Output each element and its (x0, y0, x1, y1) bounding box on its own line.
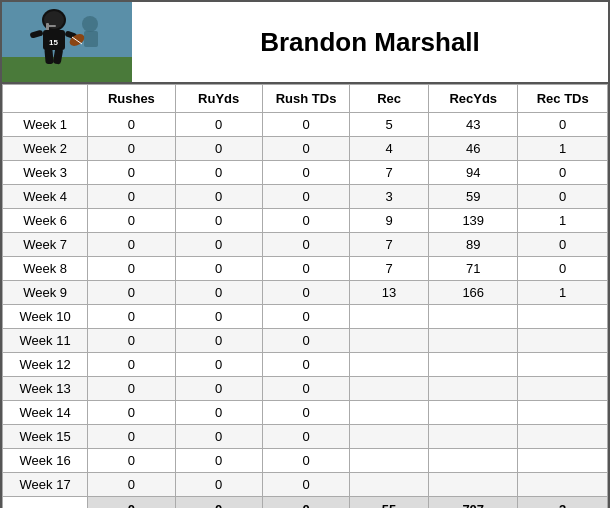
week-col-header (3, 85, 88, 113)
recyds-cell: 71 (429, 257, 518, 281)
rec-cell (350, 449, 429, 473)
total-rushes: 0 (88, 497, 175, 509)
rectds-cell: 0 (518, 257, 608, 281)
rec-cell: 5 (350, 113, 429, 137)
table-row: Week 17000 (3, 473, 608, 497)
player-image: 15 (2, 2, 132, 82)
recyds-cell: 43 (429, 113, 518, 137)
week-label: Week 8 (3, 257, 88, 281)
player-name-text: Brandon Marshall (260, 27, 480, 58)
total-rushtds: 0 (262, 497, 349, 509)
recyds-cell (429, 425, 518, 449)
rectds-cell (518, 449, 608, 473)
rushtds-cell: 0 (262, 305, 349, 329)
rushtds-cell: 0 (262, 425, 349, 449)
ruyds-cell: 0 (175, 377, 262, 401)
rec-cell (350, 329, 429, 353)
rec-cell: 13 (350, 281, 429, 305)
ruyds-cell: 0 (175, 329, 262, 353)
rectds-cell: 0 (518, 185, 608, 209)
rectds-cell (518, 425, 608, 449)
week-label: Week 11 (3, 329, 88, 353)
rec-cell: 3 (350, 185, 429, 209)
rushes-cell: 0 (88, 305, 175, 329)
rec-cell: 7 (350, 161, 429, 185)
recyds-cell (429, 377, 518, 401)
week-label: Week 17 (3, 473, 88, 497)
rectds-cell: 1 (518, 137, 608, 161)
table-row: Week 10005430 (3, 113, 608, 137)
rec-cell (350, 305, 429, 329)
total-rectds: 3 (518, 497, 608, 509)
rectds-cell: 0 (518, 161, 608, 185)
table-row: Week 80007710 (3, 257, 608, 281)
totals-row: 0 0 0 55 707 3 (3, 497, 608, 509)
rushtds-cell: 0 (262, 281, 349, 305)
ruyds-cell: 0 (175, 137, 262, 161)
ruyds-cell: 0 (175, 449, 262, 473)
ruyds-cell: 0 (175, 401, 262, 425)
rushtds-cell: 0 (262, 233, 349, 257)
recyds-cell: 46 (429, 137, 518, 161)
rectds-cell: 1 (518, 209, 608, 233)
recyds-cell (429, 329, 518, 353)
rushtds-col-header: Rush TDs (262, 85, 349, 113)
week-label: Week 6 (3, 209, 88, 233)
ruyds-cell: 0 (175, 185, 262, 209)
recyds-cell (429, 473, 518, 497)
ruyds-cell: 0 (175, 257, 262, 281)
week-label: Week 9 (3, 281, 88, 305)
rec-cell: 4 (350, 137, 429, 161)
ruyds-cell: 0 (175, 473, 262, 497)
recyds-col-header: RecYds (429, 85, 518, 113)
column-header-row: Rushes RuYds Rush TDs Rec RecYds Rec TDs (3, 85, 608, 113)
rushes-cell: 0 (88, 401, 175, 425)
rectds-cell (518, 305, 608, 329)
header-row: 15 Brandon Marshall (2, 2, 608, 84)
rushes-cell: 0 (88, 281, 175, 305)
rectds-cell (518, 473, 608, 497)
svg-text:15: 15 (49, 38, 58, 47)
total-ruyds: 0 (175, 497, 262, 509)
stats-container: 15 Brandon Marshall Rushe (0, 0, 610, 508)
table-row: Week 70007890 (3, 233, 608, 257)
player-name: Brandon Marshall (132, 2, 608, 82)
table-row: Week 9000131661 (3, 281, 608, 305)
recyds-cell: 94 (429, 161, 518, 185)
table-row: Week 12000 (3, 353, 608, 377)
rec-cell (350, 425, 429, 449)
rec-cell (350, 473, 429, 497)
rec-cell: 7 (350, 233, 429, 257)
svg-rect-5 (46, 25, 56, 27)
svg-rect-1 (2, 57, 132, 82)
week-label: Week 1 (3, 113, 88, 137)
rushes-cell: 0 (88, 137, 175, 161)
rushtds-cell: 0 (262, 209, 349, 233)
rec-cell (350, 353, 429, 377)
recyds-cell: 89 (429, 233, 518, 257)
ruyds-cell: 0 (175, 113, 262, 137)
rectds-cell (518, 401, 608, 425)
recyds-cell: 166 (429, 281, 518, 305)
rec-cell: 9 (350, 209, 429, 233)
svg-point-14 (82, 16, 98, 32)
rushtds-cell: 0 (262, 257, 349, 281)
week-label: Week 2 (3, 137, 88, 161)
player-silhouette: 15 (2, 2, 132, 82)
table-row: Week 16000 (3, 449, 608, 473)
rushtds-cell: 0 (262, 473, 349, 497)
rushtds-cell: 0 (262, 185, 349, 209)
rectds-cell (518, 329, 608, 353)
week-label: Week 13 (3, 377, 88, 401)
rushtds-cell: 0 (262, 449, 349, 473)
rushes-cell: 0 (88, 329, 175, 353)
stats-table: Rushes RuYds Rush TDs Rec RecYds Rec TDs… (2, 84, 608, 508)
rushes-cell: 0 (88, 377, 175, 401)
rushtds-cell: 0 (262, 401, 349, 425)
rec-cell: 7 (350, 257, 429, 281)
total-recyds: 707 (429, 497, 518, 509)
ruyds-col-header: RuYds (175, 85, 262, 113)
ruyds-cell: 0 (175, 281, 262, 305)
rushes-cell: 0 (88, 209, 175, 233)
recyds-cell (429, 305, 518, 329)
